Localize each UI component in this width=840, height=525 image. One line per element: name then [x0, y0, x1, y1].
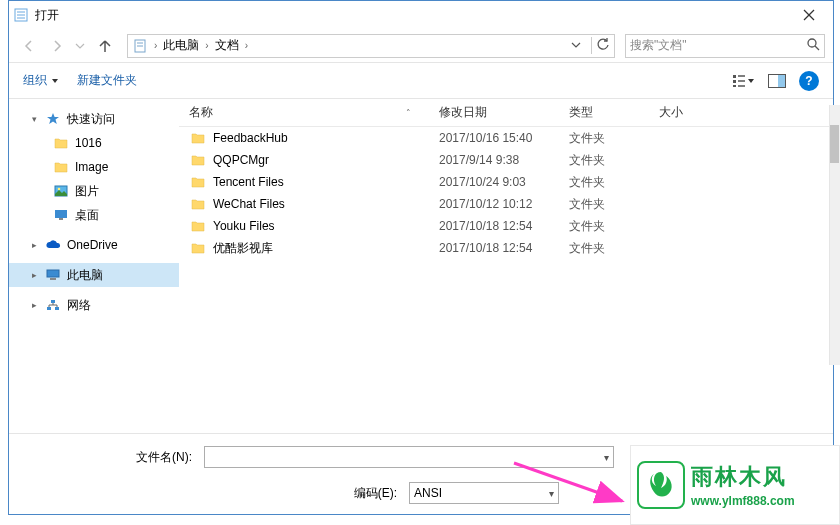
column-size[interactable]: 大小 — [659, 104, 683, 121]
expand-icon[interactable]: ▸ — [29, 240, 39, 250]
svg-rect-11 — [733, 75, 736, 78]
column-name[interactable]: 名称 ˄ — [189, 104, 439, 121]
encoding-label: 编码(E): — [23, 485, 403, 502]
table-row[interactable]: Tencent Files2017/10/24 9:03文件夹 — [179, 171, 833, 193]
file-list: FeedbackHub2017/10/16 15:40文件夹QQPCMgr201… — [179, 127, 833, 433]
up-button[interactable] — [93, 34, 117, 58]
toolbar: 组织 新建文件夹 ? — [9, 63, 833, 99]
organize-menu[interactable]: 组织 — [23, 72, 59, 89]
view-options-button[interactable] — [731, 70, 755, 92]
filename-input[interactable]: ▾ — [204, 446, 614, 468]
preview-pane-button[interactable] — [765, 70, 789, 92]
column-headers: 名称 ˄ 修改日期 类型 大小 — [179, 99, 833, 127]
table-row[interactable]: WeChat Files2017/10/12 10:12文件夹 — [179, 193, 833, 215]
table-row[interactable]: 优酷影视库2017/10/18 12:54文件夹 — [179, 237, 833, 259]
expand-icon[interactable]: ▸ — [29, 270, 39, 280]
app-icon — [13, 7, 29, 23]
sidebar-item-pictures[interactable]: 图片 — [9, 179, 179, 203]
sidebar-item-image[interactable]: Image — [9, 155, 179, 179]
help-button[interactable]: ? — [799, 71, 819, 91]
svg-rect-23 — [47, 270, 59, 277]
chevron-down-icon[interactable]: ▾ — [549, 488, 554, 499]
svg-line-10 — [815, 46, 819, 50]
svg-rect-18 — [778, 75, 785, 87]
table-row[interactable]: QQPCMgr2017/9/14 9:38文件夹 — [179, 149, 833, 171]
file-type: 文件夹 — [569, 130, 659, 147]
svg-rect-26 — [47, 307, 51, 310]
column-type[interactable]: 类型 — [569, 104, 659, 121]
network-icon — [45, 297, 61, 313]
file-type: 文件夹 — [569, 218, 659, 235]
crumb-this-pc[interactable]: 此电脑 — [163, 37, 199, 54]
window-title: 打开 — [35, 7, 789, 24]
sort-indicator-icon: ˄ — [406, 108, 411, 118]
filename-label: 文件名(N): — [23, 449, 198, 466]
file-date: 2017/10/24 9:03 — [439, 175, 569, 189]
sidebar-item-network[interactable]: ▸ 网络 — [9, 293, 179, 317]
chevron-right-icon: › — [241, 40, 252, 51]
svg-point-20 — [58, 188, 61, 191]
file-name: 优酷影视库 — [213, 240, 439, 257]
file-name: FeedbackHub — [213, 131, 439, 145]
back-button[interactable] — [17, 34, 41, 58]
svg-rect-22 — [59, 218, 63, 220]
sidebar-item-quick-access[interactable]: ▾ 快速访问 — [9, 107, 179, 131]
svg-rect-24 — [50, 278, 56, 280]
chevron-down-icon[interactable]: ▾ — [604, 452, 609, 463]
file-type: 文件夹 — [569, 152, 659, 169]
file-type: 文件夹 — [569, 240, 659, 257]
close-button[interactable] — [789, 3, 829, 27]
brand-name: 雨林木风 — [691, 462, 795, 492]
main-area: ▾ 快速访问 1016 Image 图片 桌面 — [9, 99, 833, 433]
svg-rect-27 — [55, 307, 59, 310]
new-folder-button[interactable]: 新建文件夹 — [77, 72, 137, 89]
scrollbar-thumb[interactable] — [830, 125, 839, 163]
search-placeholder: 搜索"文档" — [630, 37, 806, 54]
sidebar: ▾ 快速访问 1016 Image 图片 桌面 — [9, 99, 179, 433]
search-input[interactable]: 搜索"文档" — [625, 34, 825, 58]
brand-url: www.ylmf888.com — [691, 494, 795, 508]
svg-rect-21 — [55, 210, 67, 218]
pictures-icon — [53, 183, 69, 199]
expand-icon[interactable]: ▸ — [29, 300, 39, 310]
sidebar-item-onedrive[interactable]: ▸ OneDrive — [9, 233, 179, 257]
open-dialog: 打开 › 此电脑 › 文档 › — [8, 0, 834, 515]
search-icon[interactable] — [806, 37, 820, 54]
document-location-icon — [132, 38, 148, 54]
file-date: 2017/10/18 12:54 — [439, 219, 569, 233]
folder-icon — [53, 135, 69, 151]
folder-icon — [189, 242, 207, 254]
folder-icon — [189, 154, 207, 166]
expand-icon[interactable]: ▾ — [29, 114, 39, 124]
file-name: Tencent Files — [213, 175, 439, 189]
folder-icon — [189, 176, 207, 188]
sidebar-item-1016[interactable]: 1016 — [9, 131, 179, 155]
svg-rect-12 — [733, 80, 736, 83]
encoding-select[interactable]: ANSI ▾ — [409, 482, 559, 504]
file-date: 2017/10/12 10:12 — [439, 197, 569, 211]
watermark-overlay: 雨林木风 www.ylmf888.com — [630, 445, 840, 525]
file-name: Youku Files — [213, 219, 439, 233]
folder-icon — [53, 159, 69, 175]
refresh-button[interactable] — [591, 37, 610, 54]
file-date: 2017/10/16 15:40 — [439, 131, 569, 145]
file-name: WeChat Files — [213, 197, 439, 211]
column-date[interactable]: 修改日期 — [439, 104, 569, 121]
cloud-icon — [45, 237, 61, 253]
file-name: QQPCMgr — [213, 153, 439, 167]
breadcrumb[interactable]: › 此电脑 › 文档 › — [127, 34, 615, 58]
file-type: 文件夹 — [569, 196, 659, 213]
file-type: 文件夹 — [569, 174, 659, 191]
navbar: › 此电脑 › 文档 › 搜索"文档" — [9, 29, 833, 63]
sidebar-item-this-pc[interactable]: ▸ 此电脑 — [9, 263, 179, 287]
svg-rect-13 — [733, 85, 736, 87]
sidebar-item-desktop[interactable]: 桌面 — [9, 203, 179, 227]
crumb-documents[interactable]: 文档 — [215, 37, 239, 54]
chevron-right-icon: › — [201, 40, 212, 51]
brand-logo-icon — [637, 461, 685, 509]
breadcrumb-dropdown[interactable] — [567, 39, 585, 53]
table-row[interactable]: FeedbackHub2017/10/16 15:40文件夹 — [179, 127, 833, 149]
recent-dropdown[interactable] — [73, 34, 87, 58]
forward-button[interactable] — [45, 34, 69, 58]
table-row[interactable]: Youku Files2017/10/18 12:54文件夹 — [179, 215, 833, 237]
